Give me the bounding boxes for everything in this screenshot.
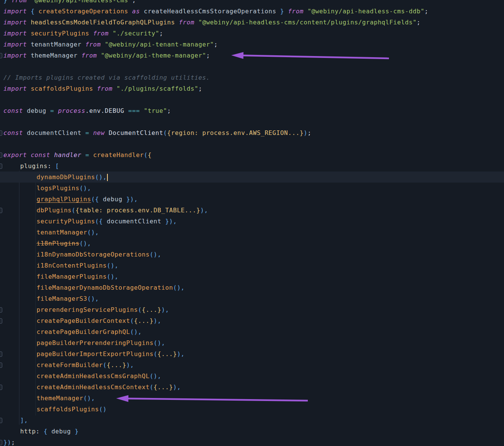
code-token: (	[144, 151, 147, 159]
code-editor[interactable]: } from "@webiny/api-headless-cms";import…	[0, 0, 504, 446]
code-token: securityPlugins	[31, 30, 93, 37]
fold-icon[interactable]	[0, 53, 2, 58]
code-token: {table: process.env.DB_TABLE...}	[75, 207, 200, 214]
code-token: pageBuilderPrerenderingPlugins	[37, 339, 154, 347]
code-line[interactable]: createPageBuilderContext({...}),	[0, 315, 504, 326]
code-token: debug	[103, 196, 126, 203]
fold-icon[interactable]	[0, 130, 2, 136]
code-line[interactable]: i18nContentPlugins(),	[0, 260, 504, 271]
code-token: (	[138, 306, 142, 313]
code-line[interactable]: pageBuilderPrerenderingPlugins(),	[0, 337, 504, 348]
code-token: "./security"	[113, 30, 160, 37]
code-token: export	[3, 151, 31, 159]
fold-icon[interactable]	[0, 418, 2, 423]
code-line[interactable]: export const handler = createHandler({	[0, 149, 504, 160]
code-token: ;	[417, 19, 421, 26]
code-token: createAdminHeadlessCmsGraphQL	[37, 372, 150, 380]
code-token: documentClient	[27, 129, 85, 136]
code-token: logsPlugins	[37, 184, 80, 192]
code-line[interactable]: i18nPlugins(),	[0, 238, 504, 249]
code-token: (	[154, 350, 157, 358]
code-line[interactable]: http: { debug }	[0, 426, 504, 437]
code-token: from	[179, 19, 198, 26]
code-token: import	[3, 52, 31, 59]
fold-icon[interactable]	[0, 318, 2, 324]
code-line[interactable]: themeManager(),	[0, 393, 504, 404]
code-line[interactable]: createAdminHeadlessCmsContext({...}),	[0, 382, 504, 393]
code-line[interactable]: ],	[0, 415, 504, 426]
code-line[interactable]: const documentClient = new DocumentClien…	[0, 127, 504, 138]
code-token: from	[93, 30, 112, 37]
code-token: "@webiny/api-headless-cms-ddb"	[307, 8, 424, 15]
code-token: import	[3, 41, 31, 48]
code-token: headlessCmsModelFieldToGraphQLPlugins	[31, 19, 179, 26]
code-token: )	[304, 129, 307, 136]
code-token: as	[132, 8, 144, 15]
code-token: pageBuilderImportExportPlugins	[37, 350, 154, 358]
code-token: (),	[154, 339, 165, 347]
code-token: (	[72, 207, 75, 214]
code-token: :	[36, 428, 43, 435]
code-line[interactable]	[0, 116, 504, 127]
code-line[interactable]: createPageBuilderGraphQL(),	[0, 326, 504, 337]
code-token: securityPlugins	[37, 218, 95, 225]
fold-icon[interactable]	[0, 363, 2, 368]
code-line[interactable]: } from "@webiny/api-headless-cms";	[0, 0, 504, 6]
code-line[interactable]: createFormBuilder({...}),	[0, 359, 504, 371]
code-line[interactable]: tenantManager(),	[0, 227, 504, 238]
code-line[interactable]: import headlessCmsModelFieldToGraphQLPlu…	[0, 17, 504, 28]
code-token: "@webiny/api-headless-cms"	[31, 0, 132, 4]
code-token: =	[85, 151, 93, 159]
code-line[interactable]	[0, 94, 504, 105]
code-line[interactable]: graphqlPlugins({ debug }),	[0, 194, 504, 205]
code-line[interactable]: pageBuilderImportExportPlugins({...}),	[0, 348, 504, 359]
code-token: documentClient	[107, 218, 165, 225]
code-token: process	[58, 107, 85, 114]
code-line[interactable]: createAdminHeadlessCmsGraphQL(),	[0, 371, 504, 382]
fold-icon[interactable]	[0, 208, 2, 213]
code-line[interactable]: });	[0, 437, 504, 446]
code-line[interactable]: dbPlugins({table: process.env.DB_TABLE..…	[0, 205, 504, 216]
code-token: [	[55, 162, 59, 170]
code-token: createPageBuilderContext	[37, 317, 130, 324]
code-token: import	[3, 8, 31, 15]
code-token: }),	[126, 196, 138, 203]
fold-icon[interactable]	[0, 164, 2, 169]
code-token: ;	[424, 8, 428, 15]
fold-icon[interactable]	[0, 307, 2, 313]
code-token: ===	[128, 107, 144, 114]
code-line[interactable]: fileManagerPlugins(),	[0, 271, 504, 282]
code-line[interactable]	[0, 61, 504, 72]
code-line[interactable]: prerenderingServicePlugins({...}),	[0, 304, 504, 315]
code-token: (),	[80, 240, 91, 247]
fold-icon[interactable]	[0, 152, 2, 158]
code-token: themeManager	[37, 395, 83, 402]
code-line[interactable]: import tenantManager from "@webiny/api-t…	[0, 39, 504, 50]
code-token: debug	[51, 428, 75, 435]
code-token: dbPlugins	[37, 207, 72, 214]
code-line[interactable]: fileManagerS3(),	[0, 293, 504, 304]
code-line[interactable]: import scaffoldsPlugins from "./plugins/…	[0, 83, 504, 94]
code-line[interactable]: fileManagerDynamoDbStorageOperation(),	[0, 282, 504, 293]
code-line[interactable]: import securityPlugins from "./security"…	[0, 28, 504, 39]
code-line[interactable]: const debug = process.env.DEBUG === "tru…	[0, 105, 504, 116]
fold-icon[interactable]	[0, 385, 2, 390]
code-line[interactable]: i18nDynamoDbStorageOperations(),	[0, 249, 504, 260]
code-line[interactable]	[0, 138, 504, 149]
code-line[interactable]: scaffoldsPlugins()	[0, 404, 504, 415]
code-line[interactable]: logsPlugins(),	[0, 183, 504, 194]
code-line[interactable]: dynamoDbPlugins(),	[0, 172, 504, 183]
code-token: ;	[159, 30, 163, 37]
code-token: ;	[132, 0, 136, 4]
fold-icon[interactable]	[0, 351, 2, 357]
code-token: DocumentClient	[109, 129, 163, 136]
code-line[interactable]: securityPlugins({ documentClient }),	[0, 216, 504, 227]
code-line[interactable]: plugins: [	[0, 160, 504, 172]
code-line[interactable]: import { createStorageOperations as crea…	[0, 6, 504, 17]
code-token: (),	[83, 395, 95, 402]
code-line[interactable]: import themeManager from "@webiny/api-th…	[0, 50, 504, 61]
fold-icon[interactable]	[0, 440, 2, 445]
code-token: from	[97, 85, 117, 92]
code-line[interactable]: // Imports plugins created via scaffoldi…	[0, 72, 504, 83]
code-token: ({	[91, 196, 103, 203]
